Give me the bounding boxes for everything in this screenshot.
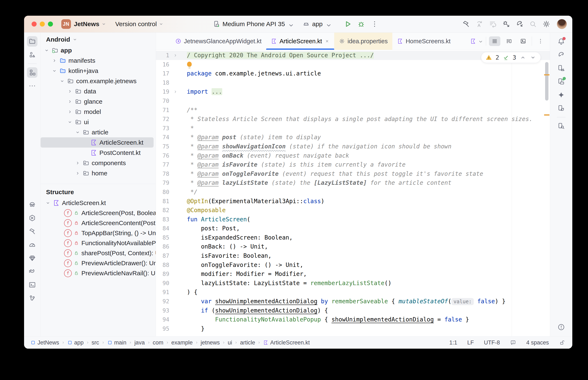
device-selector[interactable]: Medium Phone API 35: [212, 20, 293, 28]
device-manager-button[interactable]: [556, 63, 567, 73]
code-line-72[interactable]: 72 * Stateless Article Screen that displ…: [156, 114, 550, 124]
fold-marker-icon[interactable]: [169, 87, 182, 96]
debug-button[interactable]: [355, 19, 367, 29]
code-editor[interactable]: 1/ Copyright 2020 The Android Open Sourc…: [156, 50, 550, 336]
code-line-95[interactable]: 95 }: [156, 324, 550, 333]
user-avatar[interactable]: [557, 19, 567, 29]
attach-debugger-button[interactable]: [500, 19, 512, 29]
code-line-90[interactable]: 90 lazyListState: LazyListState = rememb…: [156, 279, 550, 288]
tree-item-ui[interactable]: ui: [41, 117, 154, 127]
code-line-87[interactable]: 87 isFavorite: Boolean,: [156, 251, 550, 260]
close-tab-icon[interactable]: [324, 39, 330, 44]
code-line-88[interactable]: 88 onToggleFavorite: () -> Unit,: [156, 260, 550, 270]
warning-stripe-mark[interactable]: [544, 114, 549, 115]
commit-history-button[interactable]: [487, 19, 499, 29]
structure-item[interactable]: fsharePost(Post, Context): Un: [41, 248, 156, 258]
code-line-91[interactable]: 91) {: [156, 288, 550, 297]
app-inspection-button[interactable]: [27, 199, 38, 210]
more-run-options-button[interactable]: [369, 19, 380, 29]
close-window-button[interactable]: [32, 21, 37, 27]
code-line-85[interactable]: 85 isExpandedScreen: Boolean,: [156, 233, 550, 242]
tree-item-glance[interactable]: glance: [41, 96, 154, 107]
tab-ArticleScreen.kt[interactable]: ArticleScreen.kt: [266, 33, 334, 50]
gradle-elephant-button[interactable]: [556, 50, 567, 60]
code-line-74[interactable]: 74 * @param post (state) item to display: [156, 133, 550, 142]
hidden-tabs-dropdown[interactable]: [470, 38, 483, 44]
structure-root-ArticleScreen.kt[interactable]: ArticleScreen.kt: [41, 198, 154, 208]
minimize-window-button[interactable]: [40, 21, 45, 27]
code-line-18[interactable]: 18: [156, 78, 550, 87]
chevron-right-icon[interactable]: [66, 89, 74, 94]
build-hammer-button[interactable]: [27, 226, 38, 237]
breadcrumb-ui[interactable]: ui: [228, 340, 232, 346]
tree-item-home[interactable]: home: [41, 168, 154, 178]
run-configuration-selector[interactable]: app: [302, 20, 330, 28]
warning-stripe-mark[interactable]: [544, 74, 549, 76]
code-line-79[interactable]: 79 * @param lazyListState (state) the [L…: [156, 178, 550, 188]
tab-idea.properties[interactable]: idea.properties: [334, 33, 392, 50]
chevron-right-icon[interactable]: [66, 109, 74, 114]
breadcrumb-src[interactable]: src: [92, 340, 99, 346]
project-view-mode-selector[interactable]: Android: [41, 33, 156, 45]
previous-problem-button[interactable]: [520, 54, 526, 61]
resource-manager-button[interactable]: [27, 50, 38, 60]
tree-item-data[interactable]: data: [41, 86, 154, 96]
chevron-down-icon[interactable]: [50, 68, 58, 74]
file-writable-icon[interactable]: [559, 340, 565, 346]
chevron-down-icon[interactable]: [74, 130, 81, 135]
tree-item-model[interactable]: model: [41, 107, 154, 117]
chevron-down-icon[interactable]: [44, 200, 52, 206]
device-mirroring-button[interactable]: [556, 103, 567, 114]
structure-item[interactable]: fTopAppBar(String, () -> Unit,: [41, 228, 156, 238]
editor-scrollbar[interactable]: [545, 50, 549, 336]
chevron-right-icon[interactable]: [66, 99, 74, 104]
breadcrumb-java[interactable]: java: [134, 340, 145, 346]
fold-marker-icon[interactable]: [169, 51, 182, 60]
breadcrumb-main[interactable]: main: [107, 340, 127, 346]
next-problem-button[interactable]: [530, 54, 536, 61]
profiler-gauge-button[interactable]: [27, 240, 38, 250]
tab-JetnewsGlanceAppWidget.kt[interactable]: JetnewsGlanceAppWidget.kt: [171, 33, 266, 50]
file-encoding[interactable]: UTF-8: [484, 340, 500, 346]
code-line-92[interactable]: 92 var showUnimplementedActionDialog by …: [156, 297, 550, 306]
indent-style[interactable]: 4 spaces: [526, 340, 549, 346]
code-line-73[interactable]: 73 *: [156, 124, 550, 133]
chevron-right-icon[interactable]: [50, 58, 58, 63]
run-button[interactable]: [342, 19, 354, 29]
running-devices-button[interactable]: [556, 76, 567, 87]
code-line-78[interactable]: 78 * @param onToggleFavorite (event) req…: [156, 169, 550, 178]
tree-item-kotlin+java[interactable]: kotlin+java: [41, 66, 154, 76]
chevron-down-icon[interactable]: [58, 78, 66, 84]
code-line-81[interactable]: 81@OptIn(ExperimentalMaterial3Api::class…: [156, 197, 550, 206]
inspections-widget[interactable]: 2 3: [481, 52, 541, 63]
line-separator[interactable]: LF: [467, 340, 474, 346]
zoom-window-button[interactable]: [48, 21, 53, 27]
project-folder-button[interactable]: [27, 36, 38, 47]
breadcrumb-JetNews[interactable]: JetNews: [30, 340, 59, 346]
breadcrumb-article[interactable]: article: [240, 340, 255, 346]
chevron-right-icon[interactable]: [74, 171, 81, 176]
app-quality-insights-button[interactable]: [27, 253, 38, 263]
logcat-cat-button[interactable]: [27, 266, 38, 277]
settings-gear-button[interactable]: [541, 19, 552, 29]
code-line-94[interactable]: 94 FunctionalityNotAvailablePopup { show…: [156, 315, 550, 324]
intention-bulb-icon[interactable]: [187, 61, 192, 68]
chevron-down-icon[interactable]: [66, 119, 74, 125]
structure-item[interactable]: fFunctionalityNotAvailablePop: [41, 238, 156, 248]
code-line-80[interactable]: 80 */: [156, 188, 550, 197]
split-view-button[interactable]: [503, 36, 515, 46]
tab-HomeScreens.kt[interactable]: HomeScreens.kt: [392, 33, 455, 50]
code-line-89[interactable]: 89 modifier: Modifier = Modifier,: [156, 269, 550, 279]
code-line-86[interactable]: 86 onBack: () -> Unit,: [156, 242, 550, 251]
code-line-70[interactable]: 70: [156, 96, 550, 106]
breadcrumb-com[interactable]: com: [153, 340, 163, 346]
code-view-button[interactable]: [489, 36, 500, 46]
structure-item[interactable]: fArticleScreenContent(Post, (): [41, 218, 156, 228]
git-branch-button[interactable]: [27, 293, 38, 304]
code-line-82[interactable]: 82@Composable: [156, 206, 550, 215]
tree-item-PostContent.kt[interactable]: PostContent.kt: [41, 148, 154, 158]
chevron-down-icon[interactable]: [43, 48, 51, 53]
code-line-75[interactable]: 75 * @param showNavigationIcon (state) i…: [156, 142, 550, 151]
caret-position[interactable]: 1:1: [449, 340, 457, 346]
structure-item[interactable]: fArticleScreen(Post, Boolean,: [41, 208, 156, 218]
